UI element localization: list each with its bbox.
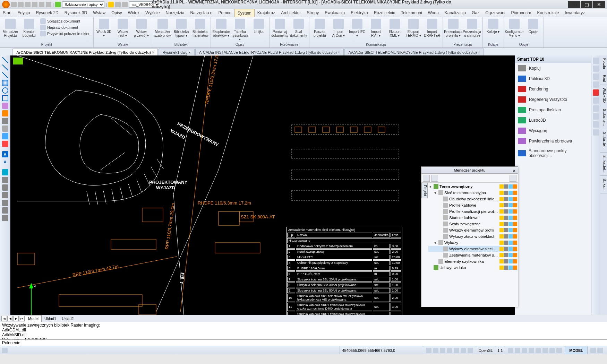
status-icon[interactable] bbox=[522, 348, 527, 353]
tree-row[interactable]: Wykazy złącz w obiektach bbox=[428, 233, 517, 240]
color-swatch[interactable] bbox=[513, 234, 517, 239]
layout-last-button[interactable]: ⏭ bbox=[19, 316, 25, 321]
color-swatch[interactable] bbox=[513, 259, 517, 263]
ribbon-tab[interactable]: Rozdzielnic bbox=[371, 9, 398, 17]
compare-button[interactable]: Porównaj dokumenty bbox=[271, 18, 289, 38]
qat-undo-icon[interactable] bbox=[39, 2, 44, 7]
qat-layer-icon[interactable] bbox=[122, 2, 128, 7]
ribbon-tab[interactable]: Narzędzia bbox=[163, 9, 187, 17]
visibility-icon[interactable] bbox=[499, 228, 504, 232]
status-icon[interactable] bbox=[529, 348, 534, 353]
print-icon[interactable] bbox=[508, 247, 513, 251]
flatten-doc-button[interactable]: Spłaszcz dokument bbox=[39, 18, 92, 24]
smart-item[interactable]: Regeneruj Wszystko bbox=[515, 94, 591, 105]
visibility-icon[interactable] bbox=[499, 222, 504, 226]
color-swatch[interactable] bbox=[513, 228, 517, 232]
export-xml-button[interactable]: Eksport XML ▾ bbox=[386, 18, 404, 38]
close-button[interactable]: ✕ bbox=[593, 1, 605, 8]
render-mode[interactable]: OpenGL bbox=[476, 346, 495, 354]
print-icon[interactable] bbox=[508, 228, 513, 232]
repair-doc-button[interactable]: Napraw dokument bbox=[39, 24, 92, 31]
smart-item[interactable]: Rendering bbox=[515, 84, 591, 94]
lock-icon[interactable] bbox=[504, 253, 508, 257]
smart-item[interactable]: Lustro3D bbox=[515, 115, 591, 125]
rs-icon[interactable] bbox=[593, 113, 599, 120]
zoom-extents-icon[interactable] bbox=[2, 207, 8, 214]
ribbon-tab[interactable]: Krajobraz bbox=[255, 9, 278, 17]
vertical-tab[interactable]: Rzut bbox=[600, 72, 607, 85]
color-swatch[interactable] bbox=[513, 184, 517, 189]
object-explorer-button[interactable]: Eksplorator obiektów ▾ bbox=[212, 18, 230, 38]
visibility-icon[interactable] bbox=[499, 241, 504, 245]
model-space-button[interactable]: MODEL bbox=[565, 346, 587, 354]
layout-prev-button[interactable]: ◀ bbox=[7, 316, 13, 321]
ribbon-tab[interactable]: Gaz bbox=[469, 9, 482, 17]
type-lib-button[interactable]: Biblioteka typów ▾ bbox=[172, 18, 190, 38]
ribbon-tab[interactable]: Ogrzewani bbox=[482, 9, 508, 17]
menu-config-button[interactable]: Konfigurator Menu ▾ bbox=[505, 18, 523, 38]
rs-icon[interactable] bbox=[593, 97, 599, 104]
vertical-tab[interactable]: Poczta bbox=[600, 55, 607, 72]
visibility-icon[interactable] bbox=[499, 184, 504, 189]
print-icon[interactable] bbox=[508, 191, 513, 195]
ribbon-tab[interactable]: Telekomuni bbox=[398, 9, 425, 17]
rs-icon[interactable] bbox=[593, 81, 599, 88]
document-tab[interactable]: ArCADia-INSTALACJE ELEKTRYCZNE PLUS Przy… bbox=[195, 49, 344, 55]
tree-row[interactable]: Zestawienia materiałów sie... bbox=[428, 252, 517, 258]
color-swatch[interactable] bbox=[513, 203, 517, 207]
print-icon[interactable] bbox=[508, 216, 513, 220]
ribbon-tab[interactable]: Stropy bbox=[304, 9, 322, 17]
view3d-button[interactable]: Widok 3D ▾ bbox=[95, 18, 113, 38]
print-icon[interactable] bbox=[508, 209, 513, 214]
status-icon[interactable] bbox=[590, 348, 596, 353]
smart-item[interactable]: Wyciągnij bbox=[515, 125, 591, 136]
tree-row[interactable]: Szafy zewnętrzne bbox=[428, 221, 517, 227]
visibility-icon[interactable] bbox=[499, 203, 504, 207]
color-swatch[interactable] bbox=[513, 209, 517, 214]
pm-tool-icon[interactable] bbox=[431, 175, 438, 182]
print-icon[interactable] bbox=[508, 203, 513, 207]
polyline-tool-icon[interactable] bbox=[2, 64, 8, 71]
qat-star-icon[interactable] bbox=[108, 2, 114, 7]
color-swatch[interactable] bbox=[513, 241, 517, 245]
rect-tool-icon[interactable] bbox=[2, 95, 8, 101]
project-pack-button[interactable]: Paczka projektu bbox=[311, 18, 329, 38]
lock-icon[interactable] bbox=[504, 266, 508, 270]
workspace-dropdown[interactable]: Szkicowanie i opisy bbox=[62, 1, 104, 8]
pm-side-tab[interactable]: Projekt bbox=[421, 183, 428, 198]
lock-icon[interactable] bbox=[504, 197, 508, 201]
ribbon-tab[interactable]: Woda bbox=[425, 9, 442, 17]
rs-icon[interactable] bbox=[593, 129, 599, 136]
visibility-icon[interactable] bbox=[499, 247, 504, 251]
ribbon-tab[interactable]: Rysunek 2D bbox=[33, 9, 61, 17]
status-icon[interactable] bbox=[515, 348, 520, 353]
tree-row[interactable]: Obudowy zakończeń linio... bbox=[428, 196, 517, 202]
print-icon[interactable] bbox=[508, 266, 513, 270]
visibility-icon[interactable] bbox=[499, 209, 504, 214]
collisions-button[interactable]: Kolizje ▾ bbox=[484, 18, 502, 34]
lock-icon[interactable] bbox=[504, 247, 508, 251]
drawing-table-button[interactable]: Tabelka rysunkowa ▾ bbox=[231, 18, 249, 42]
vertical-tab[interactable]: S...ka..tel... bbox=[600, 106, 607, 129]
building-creator-button[interactable]: Kreator budynku bbox=[20, 18, 38, 38]
qat-open-icon[interactable] bbox=[18, 2, 24, 7]
tree-row[interactable]: Elementy użytkownika bbox=[428, 258, 517, 265]
zoom-window-icon[interactable] bbox=[2, 200, 8, 206]
rs-icon[interactable] bbox=[593, 66, 599, 72]
status-icon[interactable] bbox=[2, 348, 8, 353]
color-swatch[interactable] bbox=[513, 253, 517, 257]
smart-item[interactable]: Powierzchnia obrotowa bbox=[515, 136, 591, 146]
ribbon-tab[interactable]: Wyjście bbox=[143, 9, 163, 17]
snap-icon[interactable] bbox=[426, 348, 431, 353]
maximize-button[interactable]: ▢ bbox=[581, 1, 592, 8]
ribbon-tab[interactable]: Pomoc bbox=[215, 9, 234, 17]
otrack-icon[interactable] bbox=[461, 348, 466, 353]
layout-first-button[interactable]: ⏮ bbox=[1, 316, 7, 321]
project-manager-panel[interactable]: Menadżer projektu✕ Projekt ▾Teren zewnęt… bbox=[421, 166, 518, 307]
visibility-icon[interactable] bbox=[499, 259, 504, 263]
color-swatch[interactable] bbox=[513, 216, 517, 220]
merge-button[interactable]: Scal dokumenty bbox=[290, 18, 308, 38]
qat-redo-icon[interactable] bbox=[46, 2, 51, 7]
rs-icon[interactable] bbox=[593, 58, 599, 64]
lwt-icon[interactable] bbox=[468, 348, 473, 353]
